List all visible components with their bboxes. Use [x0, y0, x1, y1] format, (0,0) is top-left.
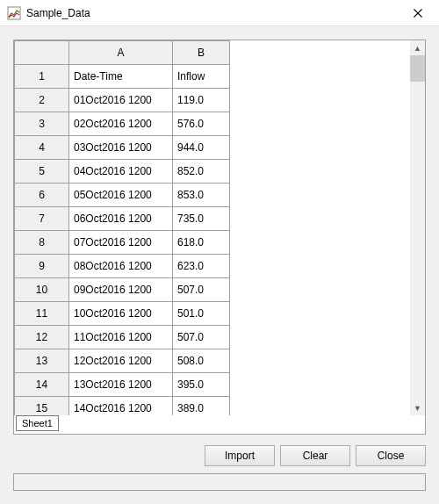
cell-b[interactable]: 501.0: [173, 302, 230, 326]
row-header[interactable]: 4: [15, 136, 69, 160]
cell-b[interactable]: 119.0: [173, 89, 230, 112]
data-grid: A B 1Date-TimeInflow201Oct2016 1200119.0…: [14, 40, 230, 415]
table-row: 1009Oct2016 1200507.0: [15, 278, 230, 302]
row-header[interactable]: 11: [15, 302, 69, 326]
cell-b[interactable]: 735.0: [173, 207, 230, 231]
scroll-up-button[interactable]: ▲: [410, 40, 425, 55]
cell-b[interactable]: 852.0: [173, 160, 230, 184]
table-row: 504Oct2016 1200852.0: [15, 160, 230, 184]
table-row: 1211Oct2016 1200507.0: [15, 326, 230, 349]
cell-b[interactable]: Inflow: [173, 65, 230, 89]
cell-b[interactable]: 623.0: [173, 255, 230, 278]
row-header[interactable]: 9: [15, 255, 69, 278]
row-header[interactable]: 7: [15, 207, 69, 231]
cell-a[interactable]: 13Oct2016 1200: [69, 373, 173, 397]
cell-b[interactable]: 395.0: [173, 373, 230, 397]
table-row: 706Oct2016 1200735.0: [15, 207, 230, 231]
column-header-a[interactable]: A: [69, 41, 173, 65]
cell-b[interactable]: 507.0: [173, 326, 230, 349]
cell-a[interactable]: 10Oct2016 1200: [69, 302, 173, 326]
close-icon: [414, 9, 422, 18]
column-header-b[interactable]: B: [173, 41, 230, 65]
table-scroll-wrap: A B 1Date-TimeInflow201Oct2016 1200119.0…: [14, 40, 425, 415]
scroll-down-button[interactable]: ▼: [410, 400, 425, 415]
cell-a[interactable]: 01Oct2016 1200: [69, 89, 173, 112]
svg-rect-0: [8, 7, 20, 19]
clear-button[interactable]: Clear: [280, 445, 350, 466]
cell-a[interactable]: 06Oct2016 1200: [69, 207, 173, 231]
app-icon: [7, 6, 21, 20]
cell-a[interactable]: 12Oct2016 1200: [69, 349, 173, 373]
cell-b[interactable]: 508.0: [173, 349, 230, 373]
statusbar: [13, 473, 426, 491]
table-row: 302Oct2016 1200576.0: [15, 112, 230, 136]
cell-b[interactable]: 944.0: [173, 136, 230, 160]
table-row: 1413Oct2016 1200395.0: [15, 373, 230, 397]
cell-a[interactable]: 11Oct2016 1200: [69, 326, 173, 349]
button-row: Import Clear Close: [13, 445, 426, 466]
cell-a[interactable]: 05Oct2016 1200: [69, 184, 173, 207]
vertical-scrollbar[interactable]: ▲ ▼: [410, 40, 425, 415]
window-close-button[interactable]: [398, 0, 437, 26]
cell-a[interactable]: Date-Time: [69, 65, 173, 89]
row-header[interactable]: 3: [15, 112, 69, 136]
table-row: 908Oct2016 1200623.0: [15, 255, 230, 278]
cell-b[interactable]: 576.0: [173, 112, 230, 136]
scroll-thumb[interactable]: [410, 55, 425, 82]
row-header[interactable]: 1: [15, 65, 69, 89]
table-row: 1312Oct2016 1200508.0: [15, 349, 230, 373]
row-header[interactable]: 5: [15, 160, 69, 184]
table-row: 605Oct2016 1200853.0: [15, 184, 230, 207]
cell-a[interactable]: 04Oct2016 1200: [69, 160, 173, 184]
cell-a[interactable]: 14Oct2016 1200: [69, 397, 173, 416]
table-panel: A B 1Date-TimeInflow201Oct2016 1200119.0…: [13, 40, 426, 435]
row-header[interactable]: 12: [15, 326, 69, 349]
table-container[interactable]: A B 1Date-TimeInflow201Oct2016 1200119.0…: [14, 40, 410, 415]
row-header[interactable]: 8: [15, 231, 69, 255]
table-row: 807Oct2016 1200618.0: [15, 231, 230, 255]
table-row: 1110Oct2016 1200501.0: [15, 302, 230, 326]
table-row: 201Oct2016 1200119.0: [15, 89, 230, 112]
cell-b[interactable]: 389.0: [173, 397, 230, 416]
cell-a[interactable]: 07Oct2016 1200: [69, 231, 173, 255]
window-title: Sample_Data: [26, 7, 398, 19]
cell-a[interactable]: 09Oct2016 1200: [69, 278, 173, 302]
row-header[interactable]: 15: [15, 397, 69, 416]
row-header[interactable]: 14: [15, 373, 69, 397]
table-row: 403Oct2016 1200944.0: [15, 136, 230, 160]
cell-a[interactable]: 08Oct2016 1200: [69, 255, 173, 278]
corner-cell[interactable]: [15, 41, 69, 65]
cell-b[interactable]: 618.0: [173, 231, 230, 255]
table-row: 1514Oct2016 1200389.0: [15, 397, 230, 416]
cell-b[interactable]: 853.0: [173, 184, 230, 207]
row-header[interactable]: 13: [15, 349, 69, 373]
titlebar: Sample_Data: [0, 0, 439, 26]
import-button[interactable]: Import: [205, 445, 275, 466]
row-header[interactable]: 6: [15, 184, 69, 207]
cell-a[interactable]: 02Oct2016 1200: [69, 112, 173, 136]
sheet-tab-sheet1[interactable]: Sheet1: [16, 415, 59, 431]
row-header[interactable]: 10: [15, 278, 69, 302]
cell-a[interactable]: 03Oct2016 1200: [69, 136, 173, 160]
cell-b[interactable]: 507.0: [173, 278, 230, 302]
content-area: A B 1Date-TimeInflow201Oct2016 1200119.0…: [0, 26, 439, 504]
row-header[interactable]: 2: [15, 89, 69, 112]
sheet-tabs: Sheet1: [14, 415, 425, 433]
table-row: 1Date-TimeInflow: [15, 65, 230, 89]
close-button[interactable]: Close: [356, 445, 426, 466]
